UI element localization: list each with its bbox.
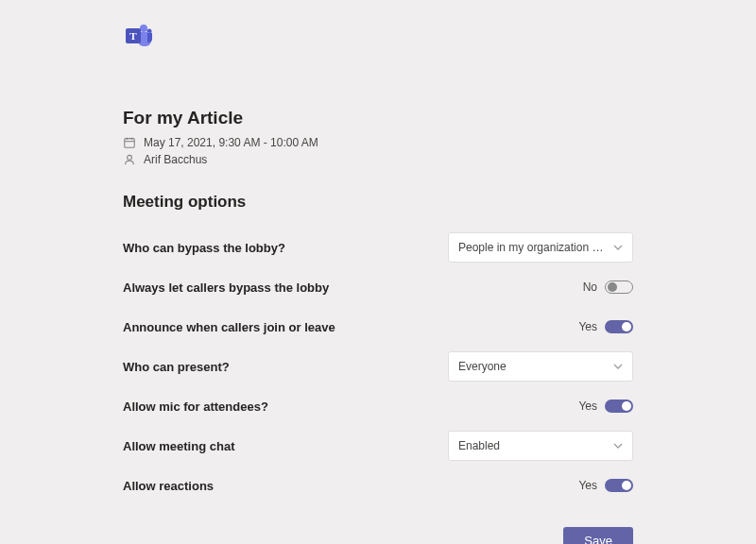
option-label: Always let callers bypass the lobby <box>123 280 329 295</box>
toggle-announce[interactable] <box>605 320 633 333</box>
option-present: Who can present? Everyone <box>123 351 633 382</box>
teams-logo-icon: T <box>123 21 153 51</box>
option-mic: Allow mic for attendees? Yes <box>123 391 633 421</box>
option-label: Announce when callers join or leave <box>123 320 335 334</box>
save-button[interactable]: Save <box>563 527 633 544</box>
section-title: Meeting options <box>123 193 633 212</box>
dropdown-value: People in my organization and gu… <box>458 241 608 254</box>
toggle-state-text: Yes <box>578 320 597 333</box>
person-icon <box>123 153 136 166</box>
toggle-reactions[interactable] <box>605 479 633 492</box>
meeting-organizer: Arif Bacchus <box>144 153 207 166</box>
dropdown-bypass-lobby[interactable]: People in my organization and gu… <box>448 232 633 263</box>
option-bypass-lobby: Who can bypass the lobby? People in my o… <box>123 232 633 263</box>
option-label: Who can present? <box>123 360 230 374</box>
dropdown-value: Enabled <box>458 439 608 452</box>
option-announce: Announce when callers join or leave Yes <box>123 312 633 342</box>
calendar-icon <box>123 136 136 149</box>
option-callers-bypass: Always let callers bypass the lobby No <box>123 272 633 302</box>
meeting-organizer-row: Arif Bacchus <box>123 153 633 166</box>
option-label: Allow mic for attendees? <box>123 400 268 414</box>
option-label: Who can bypass the lobby? <box>123 241 285 255</box>
toggle-mic[interactable] <box>605 400 633 413</box>
teams-logo: T <box>123 21 633 51</box>
chevron-down-icon <box>613 243 623 252</box>
meeting-title: For my Article <box>123 108 633 128</box>
toggle-state-text: No <box>583 280 597 294</box>
svg-rect-4 <box>125 139 135 148</box>
toggle-state-text: Yes <box>578 400 597 413</box>
toggle-callers-bypass[interactable] <box>605 280 633 294</box>
dropdown-present[interactable]: Everyone <box>448 351 633 382</box>
dropdown-chat[interactable]: Enabled <box>448 431 633 461</box>
option-label: Allow meeting chat <box>123 439 234 453</box>
svg-point-8 <box>128 155 132 160</box>
svg-point-0 <box>140 25 147 32</box>
option-chat: Allow meeting chat Enabled <box>123 431 633 461</box>
option-label: Allow reactions <box>123 479 214 493</box>
chevron-down-icon <box>613 441 623 450</box>
svg-text:T: T <box>129 30 137 42</box>
chevron-down-icon <box>613 362 623 371</box>
meeting-datetime: May 17, 2021, 9:30 AM - 10:00 AM <box>144 136 318 149</box>
meeting-datetime-row: May 17, 2021, 9:30 AM - 10:00 AM <box>123 136 633 149</box>
option-reactions: Allow reactions Yes <box>123 470 633 501</box>
dropdown-value: Everyone <box>458 360 608 373</box>
toggle-state-text: Yes <box>578 479 597 492</box>
